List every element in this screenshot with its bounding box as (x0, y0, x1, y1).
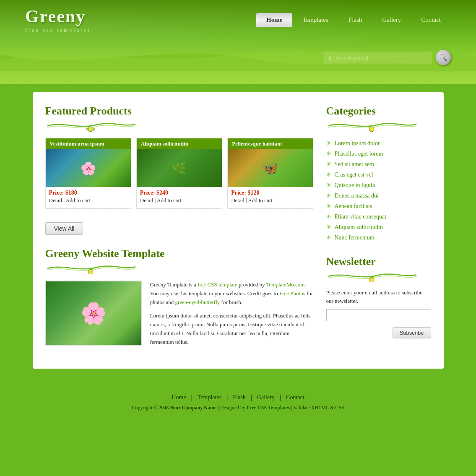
templatemo-link[interactable]: TemplateMo.com (266, 281, 304, 288)
product-actions-2: Detail | Add to cart (137, 197, 222, 208)
nav-home[interactable]: Home (256, 13, 292, 27)
category-link-10[interactable]: Nunc fermentum (335, 234, 375, 241)
footer-nav-gallery[interactable]: Gallery (252, 394, 280, 401)
newsletter-email-input[interactable] (326, 309, 431, 321)
featured-divider (45, 120, 314, 132)
main-content: Featured Products Vestibulum urna ipsum (45, 105, 314, 352)
svg-point-1 (86, 128, 88, 130)
star-icon: ✳ (326, 203, 331, 210)
product-detail-link-1[interactable]: Detail (49, 197, 62, 203)
product-add-cart-link-1[interactable]: Add to cart (66, 197, 90, 203)
svg-point-2 (93, 128, 95, 130)
category-link-5[interactable]: Quisque in ligula (335, 182, 375, 189)
featured-products-section: Featured Products Vestibulum urna ipsum (45, 105, 314, 235)
main-nav: Home Templates Flash Gallery Contact (256, 13, 451, 27)
site-title: Greeny (25, 6, 91, 26)
nav-flash[interactable]: Flash (338, 13, 372, 27)
search-area (323, 50, 451, 65)
category-link-1[interactable]: Lorem ipsum dolor (335, 140, 380, 147)
list-item: ✳ Lorem ipsum dolor (326, 138, 431, 148)
footer-nav: Home | Templates | Flash | Gallery | Con… (0, 394, 476, 401)
newsletter-divider (326, 271, 431, 282)
star-icon: ✳ (326, 224, 331, 231)
product-add-cart-link-2[interactable]: Add to cart (157, 197, 181, 203)
list-item: ✳ Quisque in ligula (326, 180, 431, 190)
nav-contact[interactable]: Contact (411, 13, 451, 27)
category-link-7[interactable]: Aenean facilisis (335, 203, 372, 210)
newsletter-section: Newsletter Please enter your email addre… (326, 255, 431, 325)
category-link-6[interactable]: Donec a massa dui (335, 192, 379, 199)
article-paragraph-1: Greeny Template is a free CSS template p… (150, 281, 314, 307)
product-price-3: Price: $120 (228, 187, 313, 197)
star-icon: ✳ (326, 192, 331, 199)
footer-nav-flash[interactable]: Flash (228, 394, 250, 401)
product-label-1: Vestibulum urna ipsum (46, 138, 131, 149)
article-divider (45, 263, 314, 274)
site-subtitle: free css templates (25, 27, 91, 34)
list-item: ✳ Phasellus eget lorem (326, 148, 431, 159)
search-button[interactable] (436, 50, 451, 65)
categories-section: Categories ✳ Lorem ipsum dolor ✳ Phasell… (326, 105, 431, 243)
product-add-cart-link-3[interactable]: Add to cart (248, 197, 272, 203)
category-link-8[interactable]: Etiam vitae consequat (335, 213, 387, 220)
footer-nav-templates[interactable]: Templates (192, 394, 226, 401)
article-content: 🌸 Greeny Template is a free CSS template… (45, 281, 314, 352)
product-actions-1: Detail | Add to cart (46, 197, 131, 208)
footer: Home | Templates | Flash | Gallery | Con… (0, 385, 476, 419)
star-icon: ✳ (326, 213, 331, 220)
star-icon: ✳ (326, 171, 331, 178)
product-detail-link-3[interactable]: Detail (231, 197, 245, 203)
logo: Greeny free css templates (25, 6, 91, 34)
footer-css-link[interactable]: Free CSS Templates (247, 405, 290, 411)
list-item: ✳ Aenean facilisis (326, 201, 431, 211)
featured-title: Featured Products (45, 105, 314, 117)
article-title: Greeny Website Template (45, 247, 314, 260)
free-css-link[interactable]: free CSS template (198, 281, 237, 288)
product-image-1: 🌸 (46, 149, 131, 187)
article-section: Greeny Website Template 🌸 Greeny Templat… (45, 247, 314, 352)
star-icon: ✳ (326, 234, 331, 241)
list-item: ✳ Aliquam sollicitudin (326, 222, 431, 232)
star-icon: ✳ (326, 140, 331, 147)
footer-nav-home[interactable]: Home (166, 394, 191, 401)
category-link-4[interactable]: Cras eget est vel (335, 172, 373, 178)
view-all-button[interactable]: View All (45, 222, 83, 235)
categories-title: Categories (326, 105, 431, 117)
product-card-3: Pellentesque habitant 🦋 Price: $120 Deta… (227, 138, 313, 209)
product-card-1: Vestibulum urna ipsum 🌸 Price: $180 Deta… (45, 138, 131, 209)
divider-wave-4 (326, 271, 419, 282)
products-grid: Vestibulum urna ipsum 🌸 Price: $180 Deta… (45, 138, 314, 209)
svg-point-3 (88, 269, 93, 274)
product-label-2: Aliquam sollicitudin (137, 138, 222, 149)
list-item: ✳ Etiam vitae consequat (326, 211, 431, 222)
categories-list: ✳ Lorem ipsum dolor ✳ Phasellus eget lor… (326, 138, 431, 243)
category-link-3[interactable]: Sed sit amet sem (335, 161, 375, 168)
footer-nav-contact[interactable]: Contact (281, 394, 310, 401)
sidebar: Categories ✳ Lorem ipsum dolor ✳ Phasell… (326, 105, 431, 352)
article-image: 🌸 (45, 281, 142, 346)
subscribe-button[interactable]: Subscribe (393, 327, 431, 338)
product-label-3: Pellentesque habitant (228, 138, 313, 149)
product-price-1: Price: $180 (46, 187, 131, 197)
product-price-2: Price: $240 (137, 187, 222, 197)
product-detail-link-2[interactable]: Detail (140, 197, 153, 203)
category-link-9[interactable]: Aliquam sollicitudin (335, 224, 383, 231)
product-image-3: 🦋 (228, 149, 313, 187)
butterfly-link[interactable]: green-eyed-butterfly (175, 299, 220, 305)
product-image-2: 🌿 (137, 149, 222, 187)
newsletter-description: Please enter your email address to subsc… (326, 289, 431, 305)
nav-gallery[interactable]: Gallery (372, 13, 411, 27)
search-input[interactable] (323, 52, 432, 64)
star-icon: ✳ (326, 150, 331, 157)
newsletter-title: Newsletter (326, 255, 431, 268)
product-actions-3: Detail | Add to cart (228, 197, 313, 208)
free-photos-link[interactable]: Free Photos (279, 290, 305, 297)
product-card-2: Aliquam sollicitudin 🌿 Price: $240 Detai… (136, 138, 222, 209)
nav-templates[interactable]: Templates (292, 13, 338, 27)
categories-divider (326, 120, 431, 132)
divider-wave (45, 120, 138, 132)
category-link-2[interactable]: Phasellus eget lorem (335, 151, 383, 157)
divider-wave-3 (326, 120, 419, 132)
list-item: ✳ Sed sit amet sem (326, 159, 431, 169)
list-item: ✳ Nunc fermentum (326, 232, 431, 243)
